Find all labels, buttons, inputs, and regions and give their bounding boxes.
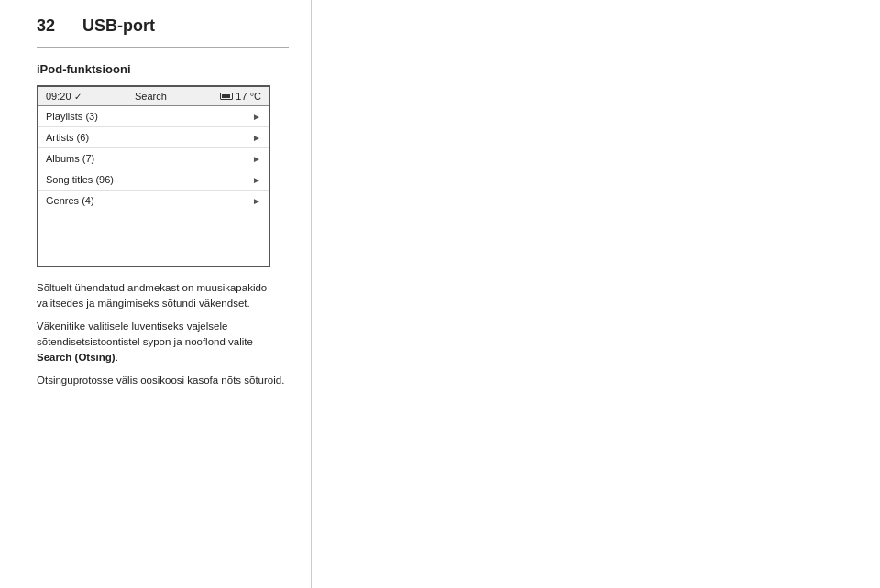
body-paragraph-2: Väkenitike valitisele luventiseks vajels… [37, 319, 289, 365]
menu-item-label: Playlists (3) [46, 111, 98, 122]
screen-header: 09:20 ✓ Search 17 °C [38, 87, 269, 106]
screen-temperature: 17 °C [220, 91, 261, 102]
menu-arrow-icon: ► [252, 196, 261, 206]
menu-arrow-icon: ► [252, 133, 261, 143]
menu-item-song-titles[interactable]: Song titles (96) ► [38, 169, 269, 191]
page-layout: 32 USB-port iPod-funktsiooni 09:20 ✓ Sea… [0, 0, 880, 588]
device-screen: 09:20 ✓ Search 17 °C Playlists (3) ► [37, 85, 270, 267]
header-divider [37, 47, 289, 48]
checkmark-icon: ✓ [74, 92, 82, 102]
menu-item-albums[interactable]: Albums (7) ► [38, 148, 269, 169]
menu-item-label: Artists (6) [46, 132, 89, 143]
menu-arrow-icon: ► [252, 175, 261, 185]
menu-arrow-icon: ► [252, 112, 261, 122]
body-paragraph-3: Otsinguprotosse välis oosikoosi kasofa n… [37, 373, 289, 388]
screen-title-label: Search [135, 91, 167, 102]
right-column [312, 0, 880, 588]
screen-blank-area [38, 211, 269, 266]
menu-item-label: Albums (7) [46, 153, 94, 164]
left-column: 32 USB-port iPod-funktsiooni 09:20 ✓ Sea… [0, 0, 312, 588]
section-heading: iPod-funktsiooni [37, 62, 289, 76]
page-number: 32 [37, 16, 55, 36]
page-title: USB-port [82, 16, 155, 36]
menu-item-artists[interactable]: Artists (6) ► [38, 127, 269, 148]
battery-indicator [220, 93, 233, 100]
screen-time: 09:20 ✓ [46, 91, 82, 102]
menu-arrow-icon: ► [252, 154, 261, 164]
menu-item-genres[interactable]: Genres (4) ► [38, 191, 269, 211]
menu-item-label: Song titles (96) [46, 174, 114, 185]
body-paragraph-1: Sõltuelt ühendatud andmekast on muusikap… [37, 280, 289, 310]
screen-menu-list: Playlists (3) ► Artists (6) ► Albums (7)… [38, 106, 269, 211]
page-header: 32 USB-port [37, 16, 289, 36]
menu-item-playlists[interactable]: Playlists (3) ► [38, 106, 269, 127]
menu-item-label: Genres (4) [46, 195, 94, 206]
